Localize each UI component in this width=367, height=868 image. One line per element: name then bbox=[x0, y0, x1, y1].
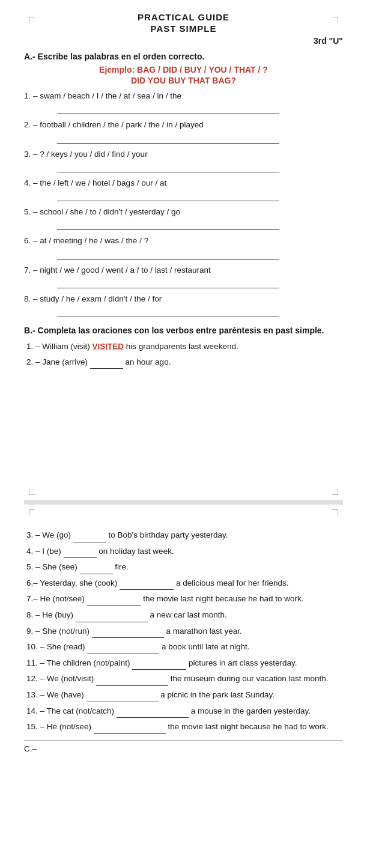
item1-num: 1. bbox=[24, 91, 31, 100]
item1-text: – swam / beach / I / the / at / sea / in… bbox=[33, 91, 181, 100]
b9-blank[interactable] bbox=[92, 625, 164, 639]
b6-blank[interactable] bbox=[120, 577, 174, 590]
b2-num: 2. bbox=[26, 357, 33, 366]
b5-blank[interactable] bbox=[80, 560, 113, 574]
b2-blank[interactable] bbox=[90, 356, 123, 369]
b13-num: 13. bbox=[26, 690, 38, 699]
b1-num: 1. bbox=[26, 342, 33, 351]
item8-num: 8. bbox=[24, 294, 31, 303]
b12-text: – We (not/visit) the museum during our v… bbox=[40, 674, 329, 683]
b-item-2: 2. – Jane (arrive) an hour ago. bbox=[26, 356, 343, 369]
b-item-1: 1. – William (visit) VISITED his grandpa… bbox=[26, 340, 343, 353]
example-prompt: Ejemplo: BAG / DID / BUY / YOU / THAT / … bbox=[24, 65, 343, 74]
b-item-13: 13. – We (have) a picnic in the park las… bbox=[26, 688, 343, 702]
exercise-item-3: 3. – ? / keys / you / did / find / your bbox=[24, 148, 343, 172]
b13-text: – We (have) a picnic in the park last Su… bbox=[40, 690, 274, 699]
answer-line-8[interactable] bbox=[57, 306, 279, 317]
section-b-title: B.- Completa las oraciones con los verbo… bbox=[24, 326, 343, 335]
b1-post: his grandparents last weekend. bbox=[124, 342, 238, 351]
item4-text: – the / left / we / hotel / bags / our /… bbox=[33, 178, 166, 187]
item7-num: 7. bbox=[24, 266, 31, 275]
exercise-item-1: 1. – swam / beach / I / the / at / sea /… bbox=[24, 90, 343, 114]
b2-text: – Jane (arrive) an hour ago. bbox=[35, 357, 171, 366]
b9-text: – She (not/run) a marathon last year. bbox=[35, 627, 242, 636]
b12-num: 12. bbox=[26, 674, 38, 683]
b-item-6: 6.– Yesterday, she (cook) a delicious me… bbox=[26, 577, 343, 590]
exercise-item-4: 4. – the / left / we / hotel / bags / ou… bbox=[24, 177, 343, 201]
b10-blank[interactable] bbox=[87, 640, 159, 654]
section-a-title: A.- Escribe las palabras en el orden cor… bbox=[24, 52, 343, 61]
item2-num: 2. bbox=[24, 120, 31, 129]
item3-text: – ? / keys / you / did / find / your bbox=[33, 150, 148, 159]
answer-line-1[interactable] bbox=[57, 103, 279, 114]
b7-text: He (not/see) the movie last night becaus… bbox=[40, 594, 304, 603]
b10-num: 10. bbox=[26, 642, 38, 651]
exercise-item-6: 6. – at / meeting / he / was / the / ? bbox=[24, 235, 343, 259]
b5-num: 5. bbox=[26, 562, 33, 571]
b10-text: – She (read) a book until late at night. bbox=[40, 642, 250, 651]
exercise-item-2: 2. – football / children / the / park / … bbox=[24, 119, 343, 143]
b14-text: – The cat (not/catch) a mouse in the gar… bbox=[40, 706, 311, 715]
b7-num: 7.– bbox=[26, 594, 38, 603]
item3-num: 3. bbox=[24, 150, 31, 159]
item8-text: – study / he / exam / didn't / the / for bbox=[33, 294, 162, 303]
b1-pre: – William (visit) bbox=[35, 342, 93, 351]
b11-blank[interactable] bbox=[132, 657, 186, 670]
b-item-3: 3. – We (go) to Bob's birthday party yes… bbox=[26, 529, 343, 542]
example-answer: DID YOU BUY THAT BAG? bbox=[24, 76, 343, 85]
b11-num: 11. bbox=[26, 658, 38, 667]
b3-num: 3. bbox=[26, 530, 33, 539]
exercise-item-5: 5. – school / she / to / didn't / yester… bbox=[24, 206, 343, 230]
b-item-8: 8. – He (buy) a new car last month. bbox=[26, 609, 343, 622]
exercise-item-7: 7. – night / we / good / went / a / to /… bbox=[24, 264, 343, 288]
b14-blank[interactable] bbox=[117, 705, 189, 718]
b9-num: 9. bbox=[26, 627, 33, 636]
answer-line-7[interactable] bbox=[57, 278, 279, 288]
b3-text: – We (go) to Bob's birthday party yester… bbox=[35, 530, 228, 539]
b13-blank[interactable] bbox=[86, 688, 159, 702]
b15-blank[interactable] bbox=[94, 720, 166, 734]
b3-blank[interactable] bbox=[73, 529, 106, 542]
b8-text: – He (buy) a new car last month. bbox=[35, 610, 227, 619]
b-item-14: 14. – The cat (not/catch) a mouse in the… bbox=[26, 705, 343, 718]
b8-num: 8. bbox=[26, 610, 33, 619]
answer-line-4[interactable] bbox=[57, 190, 279, 201]
item6-text: – at / meeting / he / was / the / ? bbox=[33, 236, 148, 245]
b-item-10: 10. – She (read) a book until late at ni… bbox=[26, 640, 343, 654]
b15-text: – He (not/see) the movie last night beca… bbox=[40, 722, 329, 731]
b15-num: 15. bbox=[26, 722, 38, 731]
item5-num: 5. bbox=[24, 207, 31, 216]
b12-blank[interactable] bbox=[96, 672, 168, 686]
answer-line-6[interactable] bbox=[57, 249, 279, 259]
b4-num: 4. bbox=[26, 547, 33, 556]
b-item-4: 4. – I (be) on holiday last week. bbox=[26, 545, 343, 559]
b-item-5: 5. – She (see) fire. bbox=[26, 560, 343, 574]
exercise-item-8: 8. – study / he / exam / didn't / the / … bbox=[24, 293, 343, 317]
b11-text: – The children (not/paint) pictures in a… bbox=[40, 658, 297, 667]
b6-num: 6.– bbox=[26, 578, 38, 587]
b-item-7: 7.– He (not/see) the movie last night be… bbox=[26, 592, 343, 606]
grade: 3rd "U" bbox=[24, 36, 343, 46]
b14-num: 14. bbox=[26, 706, 38, 715]
answer-line-2[interactable] bbox=[57, 133, 279, 144]
answer-line-5[interactable] bbox=[57, 219, 279, 230]
b-item-15: 15. – He (not/see) the movie last night … bbox=[26, 720, 343, 734]
item7-text: – night / we / good / went / a / to / la… bbox=[33, 266, 211, 275]
b-item-11: 11. – The children (not/paint) pictures … bbox=[26, 657, 343, 670]
b1-visited: VISITED bbox=[93, 342, 124, 351]
title2: PAST SIMPLE bbox=[24, 23, 343, 34]
b7-blank[interactable] bbox=[87, 592, 141, 606]
item4-num: 4. bbox=[24, 178, 31, 187]
section-c-hint: C.– bbox=[24, 740, 343, 753]
b-item-12: 12. – We (not/visit) the museum during o… bbox=[26, 672, 343, 686]
item2-text: – football / children / the / park / the… bbox=[33, 120, 204, 129]
b5-text: – She (see) fire. bbox=[35, 562, 129, 571]
item6-num: 6. bbox=[24, 236, 31, 245]
b4-blank[interactable] bbox=[64, 545, 97, 559]
answer-line-3[interactable] bbox=[57, 162, 279, 172]
item5-text: – school / she / to / didn't / yesterday… bbox=[33, 207, 180, 216]
b4-text: – I (be) on holiday last week. bbox=[35, 547, 174, 556]
b8-blank[interactable] bbox=[76, 609, 148, 622]
b-item-9: 9. – She (not/run) a marathon last year. bbox=[26, 625, 343, 639]
b6-text: Yesterday, she (cook) a delicious meal f… bbox=[40, 578, 288, 587]
